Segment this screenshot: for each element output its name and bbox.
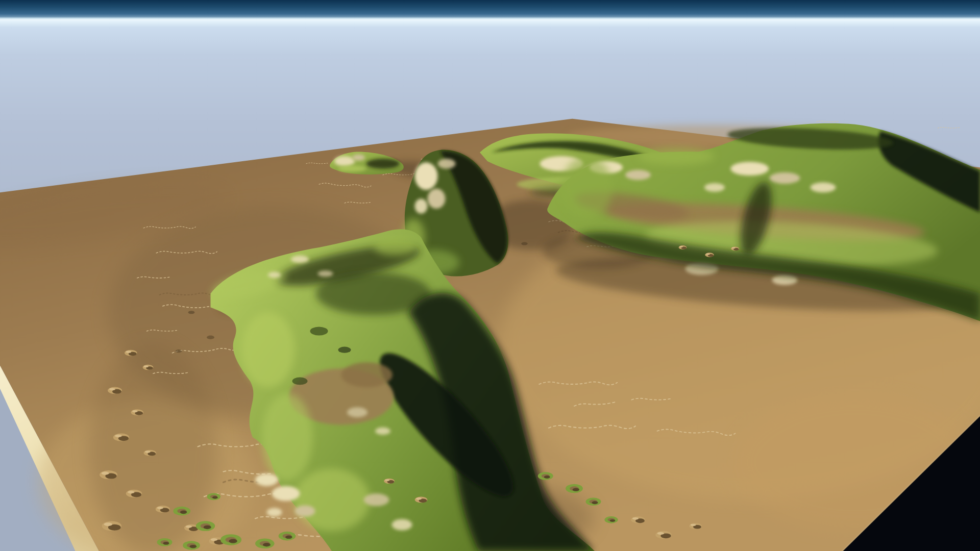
terrain-render-canvas — [0, 0, 980, 551]
terrain-viewport[interactable] — [0, 0, 980, 551]
